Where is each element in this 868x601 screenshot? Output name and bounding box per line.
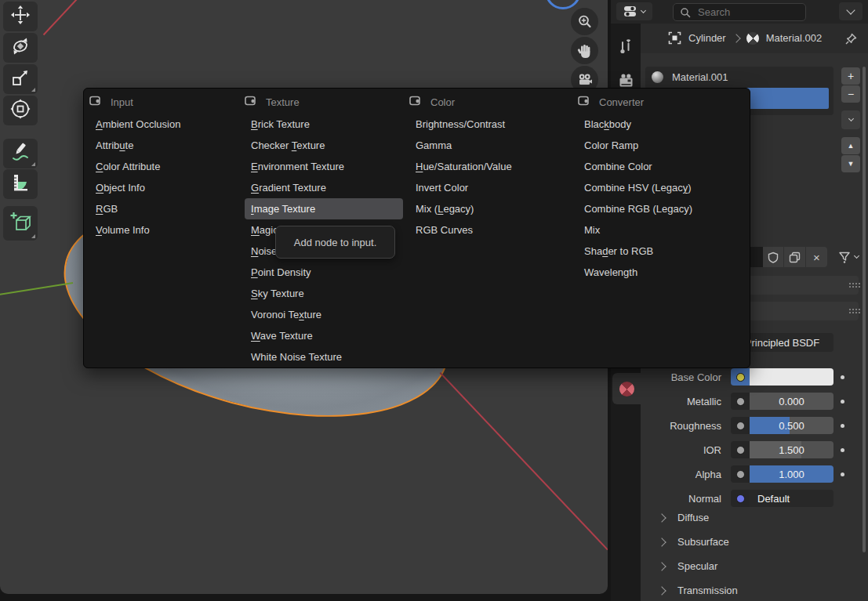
unlink-button[interactable]: × bbox=[806, 247, 827, 267]
menu-item[interactable]: Checker Texture bbox=[245, 135, 403, 156]
menu-item[interactable]: Brightness/Contrast bbox=[409, 114, 572, 135]
section-subsurface[interactable]: Subsurface bbox=[651, 530, 833, 554]
menu-item[interactable]: Attribute bbox=[89, 135, 240, 156]
chevron-right-icon bbox=[732, 34, 740, 42]
value-slider[interactable]: 0.500 bbox=[750, 417, 833, 434]
menu-item[interactable]: Environment Texture bbox=[245, 156, 403, 177]
color-swatch[interactable] bbox=[750, 368, 833, 386]
menu-column-input: InputAmbient OcclusionAttributeColor Att… bbox=[89, 95, 240, 241]
subtool-indicator bbox=[31, 88, 35, 92]
keyframe-dot[interactable] bbox=[841, 400, 844, 404]
search-input[interactable] bbox=[696, 5, 799, 19]
menu-item[interactable]: Brick Texture bbox=[245, 114, 403, 135]
param-row-alpha: Alpha1.000 bbox=[651, 465, 833, 483]
menu-item[interactable]: White Noise Texture bbox=[245, 346, 403, 367]
fake-user-button[interactable] bbox=[763, 247, 783, 267]
menu-item[interactable]: Sky Texture bbox=[245, 283, 403, 304]
collapse-header-button[interactable] bbox=[839, 2, 863, 20]
pan-button[interactable] bbox=[571, 37, 598, 64]
menu-item[interactable]: Combine RGB (Legacy) bbox=[578, 198, 744, 219]
add-cube-icon bbox=[10, 212, 31, 236]
menu-item[interactable]: Hue/Saturation/Value bbox=[409, 156, 572, 177]
pin-icon[interactable] bbox=[844, 32, 858, 45]
breadcrumb-material[interactable]: Material.002 bbox=[766, 32, 823, 44]
annotate-tool-button[interactable] bbox=[3, 139, 38, 168]
chevron-right-icon bbox=[657, 562, 666, 570]
editor-type-button[interactable] bbox=[616, 2, 652, 20]
menu-item[interactable]: Gamma bbox=[409, 135, 572, 156]
duplicate-button[interactable] bbox=[784, 247, 805, 267]
socket-button[interactable] bbox=[731, 393, 750, 410]
scrollbar[interactable] bbox=[863, 67, 866, 552]
dropdown-field[interactable]: Default bbox=[750, 490, 833, 507]
filter-dropdown[interactable] bbox=[833, 246, 864, 268]
menu-item[interactable]: Blackbody bbox=[578, 114, 744, 135]
material-icon bbox=[743, 29, 761, 47]
section-specular[interactable]: Specular bbox=[651, 554, 833, 578]
tab-tool[interactable] bbox=[611, 32, 641, 60]
move-tool-button[interactable] bbox=[3, 2, 38, 31]
tab-material-active[interactable] bbox=[612, 373, 641, 404]
keyframe-dot[interactable] bbox=[841, 375, 844, 379]
collapsed-sections: DiffuseSubsurfaceSpecularTransmission bbox=[651, 505, 833, 601]
zoom-button[interactable] bbox=[571, 8, 598, 35]
menu-item[interactable]: Volume Info bbox=[89, 219, 240, 241]
tool-icon bbox=[618, 38, 634, 55]
material-slot-name: Material.001 bbox=[672, 71, 728, 83]
section-transmission[interactable]: Transmission bbox=[651, 578, 833, 601]
section-diffuse[interactable]: Diffuse bbox=[651, 505, 833, 530]
slot-specials-button[interactable] bbox=[841, 110, 860, 129]
value-slider[interactable]: 0.000 bbox=[750, 393, 833, 410]
menu-item[interactable]: Gradient Texture bbox=[245, 177, 403, 198]
menu-item[interactable]: Voronoi Texture bbox=[245, 304, 403, 325]
measure-tool-button[interactable] bbox=[3, 169, 38, 199]
socket-button[interactable] bbox=[731, 490, 750, 507]
breadcrumb-object[interactable]: Cylinder bbox=[688, 32, 726, 44]
menu-item[interactable]: Invert Color bbox=[409, 177, 572, 198]
material-slot-row[interactable]: Material.001 bbox=[645, 67, 833, 88]
keyframe-dot[interactable] bbox=[841, 424, 844, 428]
menu-item[interactable]: Ambient Occlusion bbox=[89, 114, 240, 135]
keyframe-dot[interactable] bbox=[841, 448, 844, 452]
socket-button[interactable] bbox=[731, 465, 750, 483]
param-label: IOR bbox=[651, 444, 721, 456]
chevron-down-icon bbox=[641, 7, 646, 13]
value-slider[interactable]: 1.500 bbox=[750, 441, 833, 458]
menu-item[interactable]: Wavelength bbox=[578, 262, 744, 283]
scale-tool-button[interactable] bbox=[3, 64, 38, 94]
value-socket-icon bbox=[736, 470, 745, 479]
menu-item[interactable]: Point Density bbox=[245, 262, 403, 283]
search-field[interactable] bbox=[673, 3, 806, 21]
menu-item[interactable]: RGB Curves bbox=[409, 219, 572, 241]
move-slot-up-button[interactable]: ▲ bbox=[841, 137, 860, 154]
menu-item[interactable]: Color Ramp bbox=[578, 135, 744, 156]
menu-item[interactable]: RGB bbox=[89, 198, 240, 219]
menu-item[interactable]: Wave Texture bbox=[245, 325, 403, 346]
move-slot-down-button[interactable]: ▼ bbox=[841, 155, 860, 172]
socket-button[interactable] bbox=[731, 368, 750, 386]
remove-slot-button[interactable]: − bbox=[841, 85, 860, 103]
menu-item[interactable]: Mix bbox=[578, 219, 744, 241]
menu-item[interactable]: Shader to RGB bbox=[578, 241, 744, 262]
annotate-icon bbox=[10, 142, 31, 165]
navigation-gizmo[interactable] bbox=[545, 0, 581, 9]
param-row-metallic: Metallic0.000 bbox=[651, 393, 833, 410]
add-cube-tool-button[interactable] bbox=[3, 206, 38, 241]
menu-item[interactable]: Image Texture bbox=[245, 198, 403, 219]
node-icon bbox=[245, 95, 256, 109]
rotate-tool-button[interactable] bbox=[3, 33, 38, 63]
menu-item[interactable]: Combine HSV (Legacy) bbox=[578, 177, 744, 198]
grip-icon bbox=[849, 309, 851, 310]
menu-item[interactable]: Mix (Legacy) bbox=[409, 198, 572, 219]
socket-button[interactable] bbox=[731, 441, 750, 458]
menu-column-title: Converter bbox=[599, 96, 644, 108]
value-slider[interactable]: 1.000 bbox=[750, 465, 833, 483]
menu-item[interactable]: Color Attribute bbox=[89, 156, 240, 177]
keyframe-dot[interactable] bbox=[841, 472, 844, 476]
menu-item[interactable]: Object Info bbox=[89, 177, 240, 198]
add-slot-button[interactable]: + bbox=[841, 67, 860, 85]
socket-button[interactable] bbox=[731, 417, 750, 434]
pan-hand-icon bbox=[576, 42, 594, 60]
transform-tool-button[interactable] bbox=[3, 96, 38, 125]
menu-item[interactable]: Combine Color bbox=[578, 156, 744, 177]
